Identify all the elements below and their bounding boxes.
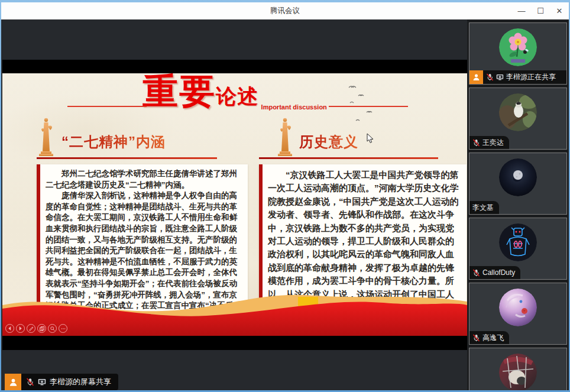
share-banner-label: 李楷源的屏幕共享 (50, 377, 111, 387)
participant-name: 高逸飞 (482, 333, 504, 343)
participant-name: 李楷源正在共享 (506, 72, 556, 82)
red-wave-footer (2, 293, 467, 336)
person-icon (9, 378, 18, 387)
host-badge (5, 374, 21, 390)
title-decor-line-left (67, 106, 147, 107)
right-heading-underline (259, 157, 438, 159)
avatar-moon-photo (499, 158, 537, 196)
participants-sidebar: 李楷源正在共享 (467, 20, 569, 390)
slide-title-sub: 论述 (216, 85, 258, 108)
person-icon (472, 73, 480, 81)
more-options-icon[interactable] (59, 324, 67, 333)
erqi-tower-icon (34, 115, 58, 160)
participant-tile[interactable]: CallofDuty (469, 218, 567, 280)
maximize-button[interactable]: ☐ (531, 2, 550, 20)
right-paragraph-1: “京汉铁路工人大罢工是中国共产党领导的第一次工人运动高潮的顶点。”河南大学历史文… (268, 169, 461, 314)
participant-name: 王奕达 (482, 138, 504, 148)
participant-name: 李文基 (472, 203, 494, 213)
previous-slide-icon[interactable] (5, 324, 14, 333)
participant-status-bar: 高逸飞 (469, 331, 509, 344)
avatar-flower-and-bee (499, 28, 537, 66)
erqi-tower-icon (273, 115, 297, 160)
screen-share-banner: 李楷源的屏幕共享 (5, 374, 118, 390)
mic-muted-icon (486, 73, 494, 81)
minimize-button[interactable]: — (512, 2, 531, 20)
slideshow-toolbar (5, 324, 67, 333)
right-column-heading: 历史意义 (299, 132, 358, 151)
slide-title-main: 重要 (142, 73, 216, 111)
participant-tile[interactable]: 高逸飞 (469, 283, 567, 345)
next-slide-icon[interactable] (16, 324, 25, 333)
participant-name: CallofDuty (482, 268, 515, 277)
zoom-icon[interactable] (48, 324, 57, 333)
screen-share-icon (38, 378, 46, 385)
avatar-bird-photo (499, 93, 537, 131)
participant-tile[interactable]: 李文基 (469, 153, 567, 215)
participant-status-bar: 李文基 (469, 201, 499, 214)
window-title: 腾讯会议 (1, 2, 569, 20)
screen-share-icon (496, 74, 504, 80)
participant-tile[interactable]: 王奕达 (469, 88, 567, 150)
left-heading-underline (37, 157, 217, 159)
participant-tile[interactable]: 0104范泽仓 (469, 348, 567, 390)
birds-decoration (332, 82, 397, 135)
window-controls: — ☐ ✕ (512, 2, 569, 20)
mic-muted-icon (472, 269, 480, 277)
mouse-cursor (367, 133, 374, 144)
avatar-neon-robot-art (499, 223, 537, 261)
mic-muted-icon (472, 139, 480, 147)
mic-muted-icon (26, 378, 34, 386)
slide-title: 重要论述 Important discussion (2, 73, 467, 111)
left-paragraph-1: 郑州二七纪念馆学术研究部主任庞倩华讲述了郑州二七纪念塔建设历史及“二七精神”内涵… (46, 169, 242, 190)
pen-icon[interactable] (27, 324, 35, 333)
close-button[interactable]: ✕ (550, 2, 569, 20)
left-column-heading: “二七精神”内涵 (61, 132, 166, 151)
participant-status-bar: 王奕达 (469, 136, 509, 149)
participant-status-bar: 李楷源正在共享 (469, 70, 566, 84)
see-all-slides-icon[interactable] (37, 324, 46, 333)
host-badge (469, 70, 483, 84)
avatar-cat-photo (499, 354, 537, 390)
participant-tile[interactable]: 李楷源正在共享 (469, 22, 567, 85)
shared-screen-stage: 重要论述 Important discussion (1, 20, 467, 390)
participant-status-bar: CallofDuty (469, 266, 520, 279)
window-titlebar: 腾讯会议 — ☐ ✕ (1, 2, 569, 20)
tencent-meeting-window: 腾讯会议 — ☐ ✕ 重要论述 Important discussion (1, 2, 569, 390)
slide-title-english: Important discussion (261, 103, 327, 111)
avatar-anime-character (499, 289, 537, 326)
mic-muted-icon (472, 334, 480, 342)
right-text-box: “京汉铁路工人大罢工是中国共产党领导的第一次工人运动高潮的顶点。”河南大学历史文… (259, 164, 467, 313)
presentation-slide: 重要论述 Important discussion (2, 73, 467, 336)
